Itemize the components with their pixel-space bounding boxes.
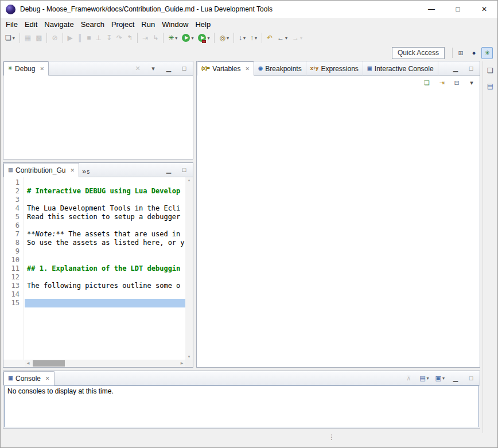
scroll-left-icon[interactable]: ◀ — [25, 360, 32, 367]
dropdown-arrow-icon: ▾ — [13, 36, 15, 41]
menu-edit[interactable]: Edit — [22, 19, 40, 30]
menu-run[interactable]: Run — [138, 19, 158, 30]
tab-interactive-console[interactable]: ▣Interactive Console — [363, 61, 438, 76]
variables-minimize-button[interactable]: ▁ — [450, 63, 461, 75]
tab-contribution-guide[interactable]: ▤ Contribution_Gu ✕ — [3, 163, 79, 177]
editor-maximize-button[interactable]: □ — [178, 164, 190, 176]
code-line: ## 1. Explanation of the LDT debuggin — [25, 264, 185, 273]
debug-view-menu-button[interactable]: ▾ — [147, 63, 159, 75]
editor-vertical-scrollbar[interactable]: ▲ ▼ — [185, 177, 193, 360]
menu-search[interactable]: Search — [78, 19, 107, 30]
pin-console-button[interactable]: ⊼ — [403, 372, 414, 384]
restore-minimized-view-button[interactable]: ❏ — [485, 64, 496, 76]
run-button[interactable]: ▶▾ — [180, 32, 195, 44]
skip-all-breakpoints-icon: ⊘ — [52, 34, 57, 41]
editor-maximize-icon: □ — [182, 167, 186, 173]
console-maximize-button[interactable]: □ — [465, 372, 477, 384]
tab-breakpoints[interactable]: ◉Breakpoints — [254, 61, 306, 76]
debug-perspective-button[interactable]: ✳ — [481, 47, 493, 59]
scroll-up-icon[interactable]: ▲ — [185, 178, 193, 182]
debug-maximize-button[interactable]: □ — [178, 63, 190, 75]
editor-code-area[interactable]: # Interactive DEBUG using Lua DevelopThe… — [25, 177, 185, 360]
tab-variables[interactable]: (x)=Variables✕ — [197, 61, 254, 76]
external-tools-button[interactable]: ▶▾ — [196, 32, 211, 44]
editor-horizontal-scrollbar[interactable]: ◀ ▶ — [25, 360, 185, 367]
step-into-button[interactable]: ↧ — [104, 32, 114, 44]
variables-view-menu-button[interactable]: ▾ — [466, 77, 477, 89]
new-button[interactable]: ❏▾ — [3, 32, 17, 44]
close-tab-icon[interactable]: ✕ — [45, 376, 50, 381]
hidden-editors-chevron[interactable]: »5 — [79, 163, 92, 177]
variables-maximize-button[interactable]: □ — [465, 63, 477, 75]
editor-gutter[interactable]: 123456789101112131415 — [3, 177, 24, 360]
save-button[interactable]: ▦ — [23, 32, 33, 44]
app-icon — [6, 5, 15, 14]
terminate-icon: ■ — [87, 34, 91, 41]
step-over-button[interactable]: ↷ — [115, 32, 124, 44]
debug-minimize-button[interactable]: ▁ — [163, 63, 174, 75]
forward-button[interactable]: →▾ — [290, 32, 304, 44]
resume-button[interactable]: ▶ — [66, 32, 75, 44]
debug-view-icon: ✳ — [8, 66, 12, 71]
line-number: 13 — [3, 282, 20, 290]
scroll-right-icon[interactable]: ▶ — [178, 360, 185, 367]
drop-to-frame-icon: ↳ — [153, 34, 158, 41]
menu-help[interactable]: Help — [192, 19, 213, 30]
debug-button[interactable]: ✳▾ — [166, 32, 179, 44]
last-edit-location-button[interactable]: ↶ — [265, 32, 274, 44]
menu-navigate[interactable]: Navigate — [41, 19, 76, 30]
outline-view-button[interactable]: ▤ — [485, 80, 496, 92]
open-perspective-button[interactable]: ⊞ — [455, 47, 466, 59]
toolbar-separator — [20, 33, 20, 43]
menu-window[interactable]: Window — [159, 19, 191, 30]
remove-all-terminated-button[interactable]: ✕ — [132, 63, 143, 75]
sash-handle[interactable]: ⋮ — [326, 432, 337, 445]
dropdown-arrow-icon: ▾ — [255, 36, 257, 41]
scrollbar-corner — [185, 360, 193, 367]
show-type-names-button[interactable]: ❏ — [421, 77, 433, 89]
disconnect-button[interactable]: ⊥ — [94, 32, 103, 44]
menu-project[interactable]: Project — [108, 19, 137, 30]
maximize-window-button[interactable]: □ — [445, 1, 471, 18]
close-tab-icon[interactable]: ✕ — [70, 167, 75, 173]
suspend-button[interactable]: ║ — [76, 32, 84, 44]
console-minimize-button[interactable]: ▁ — [450, 372, 461, 384]
open-console-button[interactable]: ▣▾ — [434, 372, 446, 384]
ldt-perspective-icon: ● — [472, 50, 476, 56]
disconnect-icon: ⊥ — [96, 34, 102, 41]
show-logical-structure-button[interactable]: ⇥ — [436, 77, 448, 89]
close-tab-icon[interactable]: ✕ — [40, 66, 44, 72]
window-title: Debug - Moose_Framework/docs/Contributio… — [20, 5, 418, 13]
step-return-button[interactable]: ↰ — [125, 32, 134, 44]
tab-expressions[interactable]: x+yExpressions — [306, 61, 363, 76]
chevron-icon: » — [82, 167, 86, 175]
back-button[interactable]: ←▾ — [275, 32, 289, 44]
tab-console[interactable]: ▣ Console ✕ — [3, 371, 55, 385]
search-button[interactable]: ◎▾ — [217, 32, 231, 44]
collapse-all-button[interactable]: ⊟ — [451, 77, 462, 89]
menu-file[interactable]: File — [3, 19, 21, 30]
code-text: Read this section to setup a debugger — [27, 213, 180, 221]
terminate-button[interactable]: ■ — [85, 32, 92, 44]
display-selected-console-button[interactable]: ▤▾ — [418, 372, 430, 384]
quick-access-box[interactable]: Quick Access — [392, 47, 445, 59]
editor-minimize-button[interactable]: ▁ — [163, 164, 174, 176]
close-tab-icon[interactable]: ✕ — [245, 66, 250, 72]
save-all-button[interactable]: ▩ — [34, 32, 44, 44]
ldt-perspective-button[interactable]: ● — [468, 47, 480, 59]
minimize-window-button[interactable]: — — [418, 1, 445, 18]
skip-all-breakpoints-button[interactable]: ⊘ — [50, 32, 59, 44]
use-step-filters-button[interactable]: ⇥ — [141, 32, 150, 44]
drop-to-frame-button[interactable]: ↳ — [151, 32, 160, 44]
close-window-button[interactable]: ✕ — [471, 1, 497, 18]
tab-debug[interactable]: ✳ Debug ✕ — [3, 61, 49, 76]
step-into-icon: ↧ — [106, 34, 112, 41]
toolbar-separator — [63, 33, 63, 43]
horizontal-scroll-thumb[interactable] — [33, 360, 65, 367]
scroll-down-icon[interactable]: ▼ — [185, 355, 193, 359]
next-annotation-button[interactable]: ↓▾ — [237, 32, 247, 44]
debug-maximize-icon: □ — [182, 65, 186, 72]
previous-annotation-button[interactable]: ↑▾ — [248, 32, 259, 44]
gutter-scroll-filler — [3, 360, 25, 367]
line-number: 4 — [3, 204, 20, 213]
